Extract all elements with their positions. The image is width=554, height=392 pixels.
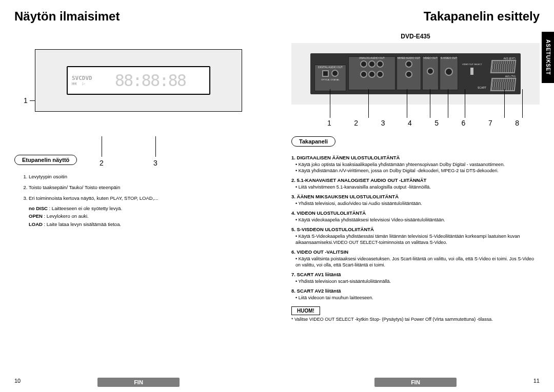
front-item-2: Toisto taaksepäin/ Tauko/ Toisto eteenpä… xyxy=(29,183,263,192)
front-list: Levytyypin osoitin Toisto taaksepäin/ Ta… xyxy=(14,172,263,228)
right-title: Takapanelin esittely xyxy=(291,9,540,24)
rear-diagram: DIGITAL AUDIO OUT OPTICAL COAXIAL ANALOG… xyxy=(291,43,540,105)
manual-spread: Näytön ilmaisimet 1 SVCDVD ⏮ ▷ 88:88:88 … xyxy=(0,0,554,392)
model-label: DVD-E435 xyxy=(291,33,540,40)
right-page: Takapanelin esittely ASETUKSET DVD-E435 … xyxy=(277,0,554,392)
side-tab: ASETUKSET xyxy=(542,32,554,83)
note-label: HUOM! xyxy=(291,306,320,315)
video-out-select-switch xyxy=(470,68,473,75)
lang-footer-right: FIN xyxy=(374,378,457,387)
page-number-right: 11 xyxy=(533,378,540,384)
seven-segment-display: 88:88:88 xyxy=(95,72,205,89)
scart-av2 xyxy=(490,60,517,73)
scart-av1 xyxy=(490,78,517,91)
front-sublines: no DISC : Laitteeseen ei ole syötetty le… xyxy=(29,204,263,228)
front-subheading: Etupanelin näyttö xyxy=(14,155,77,165)
callout-3: 3 xyxy=(153,159,157,167)
lead-line xyxy=(102,136,102,157)
video-out-port xyxy=(427,68,434,75)
callout-1: 1 xyxy=(24,96,28,105)
front-item-1: Levytyypin osoitin xyxy=(29,172,263,181)
rc-2: 2 xyxy=(354,119,358,127)
scart-block: AV2 (EXT) AV1 (TV) SCART xyxy=(491,57,516,91)
rc-1: 1 xyxy=(327,119,331,127)
coaxial-port xyxy=(331,70,339,77)
front-display-diagram: SVCDVD ⏮ ▷ 88:88:88 xyxy=(35,49,242,112)
left-page: Näytön ilmaisimet 1 SVCDVD ⏮ ▷ 88:88:88 … xyxy=(0,0,277,392)
disc-type-row2: ⏮ ▷ xyxy=(72,81,92,86)
front-lcd: SVCDVD ⏮ ▷ 88:88:88 xyxy=(67,66,210,95)
rear-subheading: Takapaneli xyxy=(291,136,335,147)
lang-footer-left: FIN xyxy=(97,378,180,387)
disc-type-row1: SVCDVD xyxy=(72,75,92,81)
rc-4: 4 xyxy=(408,119,412,127)
rc-5: 5 xyxy=(434,119,439,127)
rc-7: 7 xyxy=(488,119,492,127)
rear-list: 1. DIGITAALISEN ÄÄNEN ULOSTULOLIITÄNTÄ K… xyxy=(291,155,540,301)
note-text: Valitse VIDEO OUT SELECT -kytkin Stop- (… xyxy=(291,317,540,323)
rear-callouts: 1 2 3 4 5 6 7 8 xyxy=(291,119,540,127)
rc-6: 6 xyxy=(462,119,466,127)
front-diagram-area: 1 SVCDVD ⏮ ▷ 88:88:88 2 3 xyxy=(14,49,263,112)
svideo-port xyxy=(445,68,453,76)
rear-panel: DIGITAL AUDIO OUT OPTICAL COAXIAL ANALOG… xyxy=(310,53,521,94)
front-item-3: Eri toiminnoista kertova näyttö, kuten P… xyxy=(29,194,263,228)
left-title: Näytön ilmaisimet xyxy=(14,9,263,24)
lead-line xyxy=(155,136,156,157)
disc-type-indicator: SVCDVD ⏮ ▷ xyxy=(72,75,92,86)
page-number-left: 10 xyxy=(14,378,21,384)
rc-3: 3 xyxy=(381,119,385,127)
optical-port xyxy=(322,70,329,77)
callout-2: 2 xyxy=(100,159,104,167)
rc-8: 8 xyxy=(515,119,519,127)
